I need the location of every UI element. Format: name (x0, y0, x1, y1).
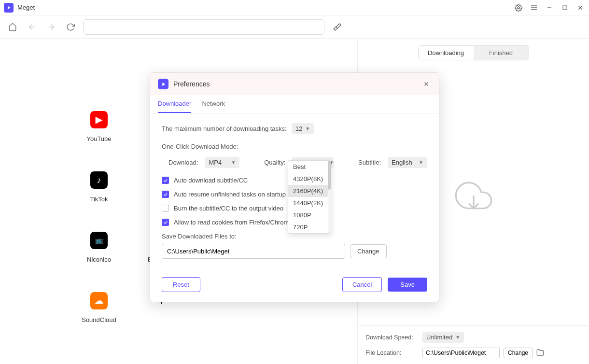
dialog-title: Preferences (173, 80, 421, 88)
max-tasks-label: The maximum number of downloading tasks: (162, 125, 287, 132)
download-speed-label: Download Speed: (365, 334, 419, 341)
quality-option[interactable]: Best (288, 161, 331, 173)
close-button[interactable] (575, 3, 585, 13)
dialog-app-icon (158, 79, 168, 89)
titlebar: Meget (0, 0, 589, 15)
chevron-down-icon: ▼ (455, 335, 460, 340)
download-format-select[interactable]: MP4▼ (205, 157, 239, 168)
dialog-close-button[interactable] (421, 79, 431, 89)
settings-icon[interactable] (514, 3, 523, 13)
save-path-input[interactable] (162, 244, 345, 259)
home-icon[interactable] (6, 20, 19, 34)
auto-subtitle-checkbox[interactable] (162, 177, 169, 184)
site-item-soundcloud[interactable]: ☁SoundCloud (68, 292, 130, 323)
chevron-down-icon: ▼ (305, 126, 310, 131)
site-item-youtube[interactable]: ▶YouTube (68, 111, 130, 142)
auto-resume-label: Auto resume unfinished tasks on startup (174, 191, 286, 198)
file-location-input[interactable] (422, 348, 500, 358)
download-format-label: Download: (168, 159, 198, 166)
tab-network[interactable]: Network (202, 95, 225, 113)
site-item-niconico[interactable]: 📺Niconico (68, 232, 130, 263)
subtitle-label: Subtitle: (358, 159, 381, 166)
site-label: YouTube (86, 135, 111, 142)
allow-cookies-checkbox[interactable] (162, 219, 169, 226)
max-tasks-select[interactable]: 12▼ (292, 123, 314, 134)
svg-point-0 (518, 7, 519, 9)
tab-downloading[interactable]: Downloading (419, 46, 474, 60)
folder-icon[interactable] (536, 349, 544, 358)
allow-cookies-label: Allow to read cookies from Firefox/Chrom… (174, 219, 293, 226)
download-speed-select[interactable]: Unlimited▼ (422, 332, 464, 343)
toolbar (0, 15, 589, 39)
site-label: SoundCloud (82, 316, 116, 323)
change-path-button[interactable]: Change (350, 244, 387, 258)
chevron-down-icon: ▼ (231, 160, 236, 165)
auto-resume-checkbox[interactable] (162, 191, 169, 198)
save-button[interactable]: Save (388, 278, 427, 292)
app-title: Meget (17, 4, 514, 11)
tab-finished[interactable]: Finished (474, 46, 529, 60)
address-bar[interactable] (83, 19, 324, 35)
burn-subtitle-label: Burn the subtitle/CC to the output video (174, 205, 283, 212)
tiktok-icon: ♪ (90, 171, 108, 189)
forward-icon[interactable] (44, 20, 58, 34)
menu-icon[interactable] (529, 3, 539, 13)
reset-button[interactable]: Reset (162, 277, 200, 292)
cloud-download-icon (449, 176, 498, 215)
one-click-label: One-Click Download Mode: (162, 143, 427, 150)
quality-option[interactable]: 1080P (288, 209, 331, 221)
quality-option[interactable]: 2160P(4K) (288, 185, 331, 197)
site-label: Niconico (87, 256, 111, 263)
minimize-button[interactable] (545, 3, 554, 13)
quality-option[interactable]: 720P (288, 221, 331, 233)
quality-dropdown: Best4320P(8K)2160P(4K)1440P(2K)1080P720P (288, 160, 331, 234)
maximize-button[interactable] (560, 3, 570, 13)
chevron-down-icon: ▼ (419, 160, 423, 165)
youtube-icon: ▶ (90, 111, 108, 128)
reload-icon[interactable] (64, 20, 77, 34)
soundcloud-icon: ☁ (90, 292, 108, 309)
site-item-tiktok[interactable]: ♪TikTok (68, 171, 130, 203)
niconico-icon: 📺 (90, 232, 108, 249)
quality-option[interactable]: 4320P(8K) (288, 173, 331, 185)
brush-icon[interactable] (330, 20, 344, 34)
app-logo-icon (4, 3, 14, 13)
scrollbar-thumb[interactable] (328, 161, 331, 190)
auto-subtitle-label: Auto download subtitle/CC (174, 177, 248, 184)
quality-label: Quality: (264, 159, 285, 166)
back-icon[interactable] (25, 20, 39, 34)
svg-rect-5 (563, 6, 567, 10)
subtitle-select[interactable]: English▼ (388, 157, 427, 168)
quality-option[interactable]: 1440P(2K) (288, 197, 331, 209)
change-location-button[interactable]: Change (504, 348, 533, 358)
burn-subtitle-checkbox[interactable] (162, 205, 169, 212)
tab-downloader[interactable]: Downloader (158, 95, 191, 113)
site-label: TikTok (90, 196, 108, 203)
save-path-label: Save Downloaded Files to: (162, 233, 427, 240)
download-tabs: Downloading Finished (418, 45, 529, 60)
file-location-label: File Location: (365, 350, 419, 356)
cancel-button[interactable]: Cancel (342, 277, 382, 292)
